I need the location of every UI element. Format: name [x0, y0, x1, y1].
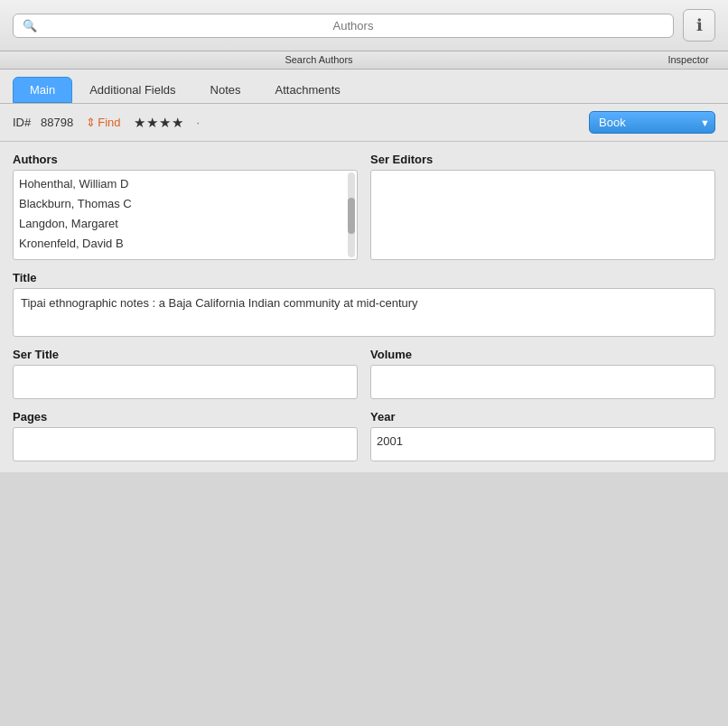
authors-list[interactable]: Hohenthal, William D Blackburn, Thomas C… [13, 170, 358, 260]
tab-notes[interactable]: Notes [193, 77, 258, 103]
tab-main[interactable]: Main [13, 77, 72, 103]
record-id: ID# 88798 [13, 116, 73, 129]
search-icon: 🔍 [23, 19, 37, 33]
year-label: Year [370, 410, 715, 424]
authors-group: Authors Hohenthal, William D Blackburn, … [13, 153, 358, 260]
sertitle-volume-row: Ser Title Volume [13, 348, 715, 399]
volume-group: Volume [370, 348, 715, 399]
author-item-3: Langdon, Margaret [19, 214, 351, 234]
author-item-4: Kronenfeld, David B [19, 234, 351, 254]
dot-separator: · [197, 116, 201, 129]
year-input[interactable]: 2001 [370, 427, 715, 461]
main-content: Authors Hohenthal, William D Blackburn, … [0, 142, 728, 472]
record-bar: ID# 88798 ⇕ Find ★★★★ · Book Article Cha… [0, 104, 728, 142]
search-input[interactable] [42, 19, 664, 33]
type-select-wrapper[interactable]: Book Article Chapter Thesis Report ▼ [589, 111, 715, 134]
type-select[interactable]: Book Article Chapter Thesis Report [589, 111, 715, 134]
pages-group: Pages [13, 410, 358, 461]
volume-label: Volume [370, 348, 715, 361]
ser-editors-label: Ser Editors [370, 153, 715, 166]
search-bar[interactable]: 🔍 [13, 14, 674, 38]
id-value: 88798 [41, 116, 73, 129]
title-value[interactable]: Tipai ethnographic notes : a Baja Califo… [13, 288, 715, 337]
title-group: Title Tipai ethnographic notes : a Baja … [13, 271, 715, 337]
authors-label: Authors [13, 153, 358, 166]
tab-attachments[interactable]: Attachments [258, 77, 358, 103]
title-label: Title [13, 271, 715, 284]
search-authors-label: Search Authors [0, 54, 661, 65]
pages-year-row: Pages Year 2001 [13, 410, 715, 461]
pages-label: Pages [13, 410, 358, 424]
ser-title-label: Ser Title [13, 348, 358, 361]
toolbar-labels: Search Authors Inspector [0, 51, 728, 70]
author-item-2: Blackburn, Thomas C [19, 194, 351, 214]
inspector-button[interactable]: ℹ [683, 9, 715, 42]
info-icon: ℹ [696, 15, 703, 35]
find-label: Find [98, 116, 120, 129]
author-item-1: Hohenthal, William D [19, 174, 351, 194]
authors-sereditors-row: Authors Hohenthal, William D Blackburn, … [13, 153, 715, 260]
record-nav[interactable]: ⇕ Find [86, 116, 120, 129]
inspector-label: Inspector [661, 54, 715, 65]
tab-additional-fields[interactable]: Additional Fields [72, 77, 192, 103]
ser-title-group: Ser Title [13, 348, 358, 399]
ser-editors-list[interactable] [370, 170, 715, 260]
tabs-bar: Main Additional Fields Notes Attachments [0, 70, 728, 104]
ser-editors-group: Ser Editors [370, 153, 715, 260]
scrollbar-thumb [348, 198, 355, 234]
year-group: Year 2001 [370, 410, 715, 461]
authors-scrollbar[interactable] [348, 172, 355, 257]
volume-input[interactable] [370, 365, 715, 399]
nav-arrow-icon: ⇕ [86, 116, 96, 129]
toolbar: 🔍 ℹ [0, 0, 728, 51]
id-prefix: ID# [13, 116, 31, 129]
pages-input[interactable] [13, 427, 358, 461]
ser-title-input[interactable] [13, 365, 358, 399]
rating-stars[interactable]: ★★★★ [134, 115, 184, 131]
